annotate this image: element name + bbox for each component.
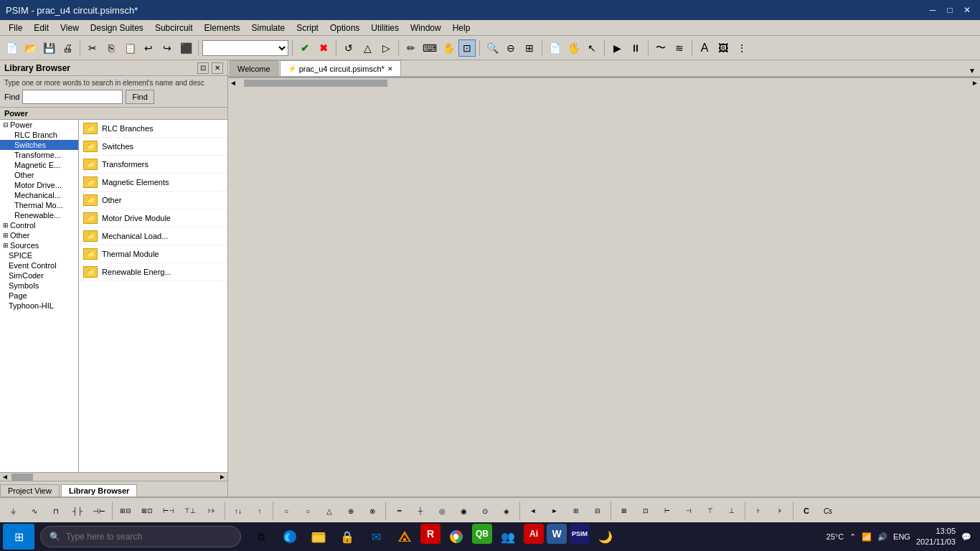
bt-s3[interactable]: ◎ bbox=[432, 501, 452, 521]
bt-m1[interactable]: ⊠ bbox=[614, 501, 634, 521]
bt-triangle[interactable]: △ bbox=[319, 501, 339, 521]
bt-n1[interactable]: ⊦ bbox=[748, 501, 768, 521]
tree-simcoder[interactable]: SimCoder bbox=[0, 270, 78, 281]
security-icon[interactable]: 🔒 bbox=[334, 524, 360, 550]
h-scroll-left-icon[interactable]: ◄ bbox=[228, 79, 238, 87]
bt-cs[interactable]: Cs bbox=[818, 501, 838, 521]
tab-project-view[interactable]: Project View bbox=[0, 484, 60, 496]
start-button[interactable]: ⊞ bbox=[3, 524, 34, 550]
bt-m6[interactable]: ⊥ bbox=[722, 501, 742, 521]
chrome-icon[interactable] bbox=[443, 524, 469, 550]
bt-cross[interactable]: ⊕ bbox=[341, 501, 361, 521]
menu-subcircuit[interactable]: Subcircuit bbox=[149, 22, 199, 34]
bt-l2[interactable]: ► bbox=[545, 501, 565, 521]
bt-s4[interactable]: ◉ bbox=[453, 501, 473, 521]
minimize-button[interactable]: ─ bbox=[925, 4, 940, 17]
menu-view[interactable]: View bbox=[55, 22, 85, 34]
bt-circuit5[interactable]: ⊦⊧ bbox=[202, 501, 222, 521]
tree-other-group[interactable]: ⊞ Other bbox=[0, 230, 78, 240]
paste-button[interactable]: 📋 bbox=[121, 39, 138, 57]
tree-renewable[interactable]: Renewable... bbox=[0, 210, 78, 220]
tree-scrollbar[interactable]: ◄ ► bbox=[0, 472, 227, 481]
something-button[interactable]: ⬛ bbox=[177, 39, 194, 57]
folder-renewable[interactable]: 📁 Renewable Energ... bbox=[79, 263, 227, 281]
bt-circuit1[interactable]: ⊞⊟ bbox=[116, 501, 136, 521]
zoom-fit-button[interactable]: ⊞ bbox=[521, 39, 538, 57]
keyboard-button[interactable]: ⌨ bbox=[421, 39, 438, 57]
tree-transformers[interactable]: Transforme... bbox=[0, 150, 78, 160]
pause-button[interactable]: ⏸ bbox=[627, 39, 644, 57]
menu-design-suites[interactable]: Design Suites bbox=[85, 22, 149, 34]
hand2-button[interactable]: 🖐 bbox=[565, 39, 582, 57]
tree-control-group[interactable]: ⊞ Control bbox=[0, 220, 78, 230]
tree-sources-group[interactable]: ⊞ Sources bbox=[0, 240, 78, 250]
close-button[interactable]: ✕ bbox=[960, 4, 974, 17]
zoom-out-button[interactable]: ⊖ bbox=[502, 39, 519, 57]
search-input[interactable] bbox=[22, 90, 123, 104]
tree-symbols[interactable]: Symbols bbox=[0, 281, 78, 291]
bt-c1[interactable]: C bbox=[796, 501, 816, 521]
redo-button[interactable]: ↪ bbox=[159, 39, 176, 57]
tree-typhoon[interactable]: Typhoon-HIL bbox=[0, 301, 78, 311]
scroll-thumb[interactable] bbox=[11, 474, 33, 481]
bt-circle2[interactable]: ○ bbox=[298, 501, 318, 521]
select-button[interactable]: ⊡ bbox=[458, 39, 476, 57]
tree-page[interactable]: Page bbox=[0, 291, 78, 301]
taskbar-search-input[interactable] bbox=[66, 532, 209, 542]
edge-icon[interactable] bbox=[277, 524, 303, 550]
print-button[interactable]: 🖨 bbox=[59, 39, 76, 57]
vlc-icon[interactable] bbox=[392, 524, 418, 550]
sim-button2[interactable]: △ bbox=[359, 39, 376, 57]
explorer-icon[interactable] bbox=[306, 524, 331, 550]
bt-s1[interactable]: ━ bbox=[389, 501, 409, 521]
menu-edit[interactable]: Edit bbox=[28, 22, 55, 34]
bt-arrow-ud[interactable]: ↑↓ bbox=[228, 501, 248, 521]
bt-circuit2[interactable]: ⊠⊡ bbox=[137, 501, 157, 521]
hand-button[interactable]: ✋ bbox=[440, 39, 457, 57]
menu-utilities[interactable]: Utilities bbox=[365, 22, 405, 34]
bt-m2[interactable]: ⊡ bbox=[636, 501, 656, 521]
taskview-button[interactable]: ⧉ bbox=[248, 524, 274, 550]
bt-m5[interactable]: ⊤ bbox=[700, 501, 720, 521]
bt-l4[interactable]: ⊟ bbox=[588, 501, 608, 521]
folder-switches[interactable]: 📁 Switches bbox=[79, 138, 227, 156]
open-button[interactable]: 📂 bbox=[22, 39, 39, 57]
tab-scroll-button[interactable]: ▼ bbox=[966, 65, 979, 76]
scroll-right-icon[interactable]: ► bbox=[217, 473, 227, 481]
qb-icon[interactable]: QB bbox=[472, 524, 492, 544]
scope-button[interactable]: ≋ bbox=[671, 39, 688, 57]
sim-button1[interactable]: ↺ bbox=[340, 39, 357, 57]
menu-window[interactable]: Window bbox=[405, 22, 447, 34]
folder-thermal[interactable]: 📁 Thermal Module bbox=[79, 245, 227, 263]
bt-l1[interactable]: ◄ bbox=[523, 501, 543, 521]
word-icon[interactable]: W bbox=[547, 524, 567, 544]
horizontal-scrollbar[interactable]: ◄ ► bbox=[228, 77, 980, 88]
tree-other-power[interactable]: Other bbox=[0, 170, 78, 180]
tree-spice[interactable]: SPICE bbox=[0, 250, 78, 260]
mail-icon[interactable]: ✉ bbox=[363, 524, 389, 550]
bt-m3[interactable]: ⊢ bbox=[657, 501, 677, 521]
menu-options[interactable]: Options bbox=[324, 22, 365, 34]
tree-switches[interactable]: Switches bbox=[0, 140, 78, 150]
menu-simulate[interactable]: Simulate bbox=[246, 22, 291, 34]
undo-button[interactable]: ↩ bbox=[140, 39, 157, 57]
h-scroll-right-icon[interactable]: ► bbox=[970, 79, 980, 87]
find-button[interactable]: Find bbox=[126, 90, 154, 104]
tab-schematic[interactable]: ⚡ prac_u4 circuit.psimsch* ✕ bbox=[280, 60, 401, 76]
folder-transformers[interactable]: 📁 Transformers bbox=[79, 156, 227, 174]
moon-icon[interactable]: 🌙 bbox=[593, 524, 618, 550]
run-check-button[interactable]: ✔ bbox=[296, 39, 314, 57]
tree-magnetic[interactable]: Magnetic E... bbox=[0, 160, 78, 170]
menu-script[interactable]: Script bbox=[291, 22, 324, 34]
folder-magnetic[interactable]: 📁 Magnetic Elements bbox=[79, 174, 227, 192]
bt-arrow-u[interactable]: ↑ bbox=[250, 501, 270, 521]
grid-button[interactable]: ⋮ bbox=[733, 39, 750, 57]
tree-mechanical[interactable]: Mechanical... bbox=[0, 190, 78, 200]
bt-circle1[interactable]: ○ bbox=[276, 501, 296, 521]
bt-circuit3[interactable]: ⊢⊣ bbox=[159, 501, 179, 521]
tree-thermal[interactable]: Thermal Mo... bbox=[0, 200, 78, 210]
search-box[interactable]: 🔍 bbox=[40, 526, 241, 547]
copy-button[interactable]: ⎘ bbox=[103, 39, 120, 57]
adobe-icon[interactable]: Ai bbox=[524, 524, 544, 544]
sim-button3[interactable]: ▷ bbox=[377, 39, 395, 57]
